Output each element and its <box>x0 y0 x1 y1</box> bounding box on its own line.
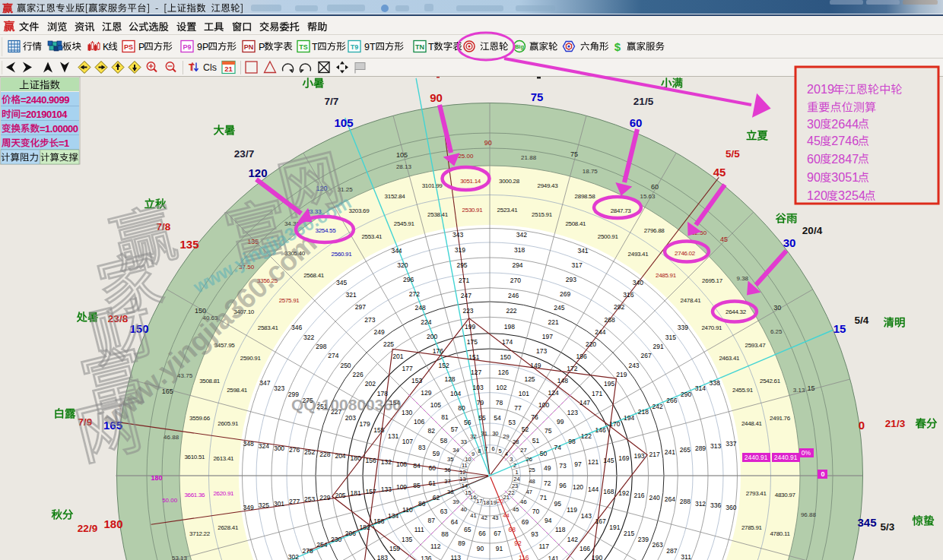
svg-text:54: 54 <box>494 414 501 422</box>
svg-text:53: 53 <box>508 419 516 426</box>
svg-text:2796.88: 2796.88 <box>644 227 665 234</box>
svg-text:0: 0 <box>859 419 865 432</box>
svg-text:=2440.9099: =2440.9099 <box>21 94 69 106</box>
svg-text:181: 181 <box>351 489 361 497</box>
svg-text:206: 206 <box>345 530 356 537</box>
svg-text:$: $ <box>614 40 621 53</box>
svg-text:124: 124 <box>548 389 559 397</box>
svg-text:65: 65 <box>464 526 472 533</box>
svg-text:131: 131 <box>388 432 398 440</box>
svg-text:51: 51 <box>532 437 540 445</box>
svg-text:347: 347 <box>259 379 270 387</box>
svg-text:2847: 2847 <box>831 152 859 166</box>
svg-text:298: 298 <box>316 343 326 350</box>
svg-text:175: 175 <box>467 338 478 346</box>
svg-text:2785.91: 2785.91 <box>741 524 763 531</box>
svg-text:3508.81: 3508.81 <box>199 378 221 384</box>
svg-text:341: 341 <box>577 247 588 255</box>
svg-text:2440.91: 2440.91 <box>745 454 768 461</box>
svg-text:289: 289 <box>695 445 706 452</box>
svg-text:33: 33 <box>461 438 467 445</box>
svg-text:316: 316 <box>623 291 633 299</box>
svg-text:90: 90 <box>484 139 492 147</box>
svg-text:95: 95 <box>554 500 562 508</box>
svg-text:97: 97 <box>574 460 582 468</box>
svg-text:36: 36 <box>444 467 450 473</box>
svg-text:Cls: Cls <box>203 62 217 73</box>
svg-text:295: 295 <box>456 261 467 269</box>
svg-text:50.00: 50.00 <box>162 497 178 504</box>
svg-text:180: 180 <box>151 474 162 482</box>
svg-text:167: 167 <box>595 517 606 525</box>
svg-text:346: 346 <box>291 324 302 331</box>
svg-text:241: 241 <box>665 448 675 456</box>
svg-text:=20190104: =20190104 <box>21 109 68 120</box>
svg-text:15: 15 <box>807 384 814 392</box>
svg-text:2491.76: 2491.76 <box>770 415 791 422</box>
svg-text:100: 100 <box>538 401 549 409</box>
svg-text:2628.41: 2628.41 <box>217 524 239 531</box>
svg-text:166: 166 <box>579 545 590 552</box>
svg-text:271: 271 <box>459 277 469 284</box>
svg-text:112: 112 <box>430 543 441 550</box>
svg-text:320: 320 <box>397 261 408 269</box>
svg-text:150: 150 <box>500 353 511 361</box>
svg-text:104: 104 <box>450 390 461 397</box>
svg-text:159: 159 <box>389 545 400 552</box>
svg-text:2695.17: 2695.17 <box>702 277 723 284</box>
svg-text:120: 120 <box>573 483 583 491</box>
svg-text:103: 103 <box>473 384 484 391</box>
svg-text:2746.02: 2746.02 <box>675 250 696 257</box>
svg-text:0%: 0% <box>802 449 811 457</box>
svg-text:70: 70 <box>532 508 540 515</box>
svg-text:2605.91: 2605.91 <box>217 420 239 427</box>
svg-text:2575.91: 2575.91 <box>279 297 300 304</box>
svg-text:30: 30 <box>773 304 781 312</box>
svg-text:7: 7 <box>484 445 487 452</box>
svg-text:30: 30 <box>492 430 498 437</box>
svg-text:27: 27 <box>520 447 526 454</box>
svg-text:122: 122 <box>581 432 592 440</box>
svg-text:5/4: 5/4 <box>855 315 869 326</box>
svg-text:2553.41: 2553.41 <box>361 233 383 240</box>
svg-text:145: 145 <box>603 457 614 464</box>
svg-text:272: 272 <box>409 290 420 298</box>
svg-text:195: 195 <box>604 380 614 388</box>
svg-text:9.38: 9.38 <box>737 275 749 282</box>
svg-text:177: 177 <box>402 365 413 372</box>
svg-text:30: 30 <box>807 117 821 131</box>
svg-text:62: 62 <box>433 494 440 501</box>
svg-text:349: 349 <box>243 504 254 511</box>
svg-text:50: 50 <box>540 450 548 457</box>
svg-text:60: 60 <box>630 116 643 129</box>
svg-text:264: 264 <box>665 495 675 503</box>
svg-text:133: 133 <box>381 486 392 493</box>
svg-text:108: 108 <box>396 460 407 468</box>
svg-text:220: 220 <box>586 340 596 348</box>
svg-text:3559.66: 3559.66 <box>189 415 211 422</box>
svg-text:45: 45 <box>807 134 821 147</box>
svg-text:240: 240 <box>649 494 660 501</box>
svg-text:7/7: 7/7 <box>325 96 339 107</box>
svg-text:80: 80 <box>458 404 465 412</box>
svg-text:301: 301 <box>274 500 284 508</box>
svg-text:4780.11: 4780.11 <box>770 530 790 537</box>
svg-text:40: 40 <box>461 506 467 513</box>
svg-text:263: 263 <box>652 541 663 549</box>
svg-text:2613.41: 2613.41 <box>213 455 234 462</box>
svg-text:144: 144 <box>588 486 599 493</box>
svg-text:32: 32 <box>470 433 476 440</box>
svg-text:176: 176 <box>433 347 443 355</box>
svg-text:9: 9 <box>472 451 475 457</box>
svg-text:2485.91: 2485.91 <box>656 272 677 279</box>
svg-text:55: 55 <box>478 414 486 422</box>
svg-text:117: 117 <box>538 543 549 550</box>
svg-text:198: 198 <box>504 323 515 331</box>
svg-text:57: 57 <box>451 426 459 433</box>
svg-text:19: 19 <box>491 499 497 506</box>
svg-text:PS: PS <box>124 43 133 51</box>
svg-text:0: 0 <box>821 470 824 478</box>
svg-text:44: 44 <box>503 512 509 519</box>
svg-text:147: 147 <box>579 399 590 407</box>
svg-text:25: 25 <box>529 467 535 473</box>
